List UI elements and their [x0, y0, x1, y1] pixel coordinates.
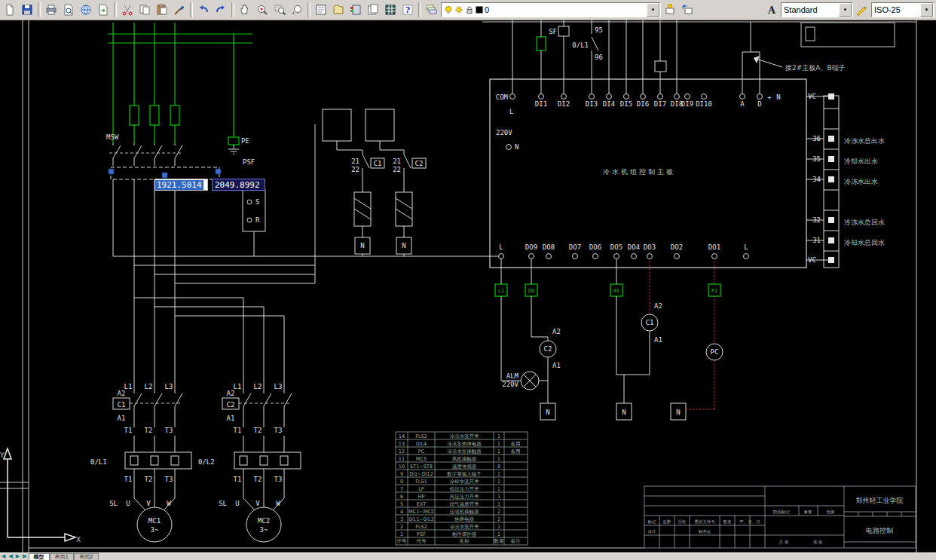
pan-button[interactable]	[237, 2, 253, 18]
dynamic-input-y-value: 2049.8992	[215, 180, 260, 190]
cut-button[interactable]	[119, 2, 136, 18]
designcenter-button[interactable]	[330, 2, 347, 18]
make-layer-current-button[interactable]	[662, 2, 678, 18]
zoom-previous-button[interactable]	[289, 2, 305, 18]
help-button[interactable]: ?	[399, 2, 416, 18]
text-style-button[interactable]: A	[763, 2, 780, 18]
calculator-button[interactable]	[382, 2, 399, 18]
layer-previous-button[interactable]	[679, 2, 696, 18]
svg-text:DO8: DO8	[543, 243, 555, 251]
tab-layout1[interactable]: 布局1	[50, 553, 74, 560]
svg-text:DI5: DI5	[620, 100, 632, 108]
svg-text:L: L	[509, 108, 513, 115]
tab-nav-last-icon[interactable]: ▶	[21, 553, 28, 560]
bom-cell: 11	[399, 456, 405, 462]
save-button[interactable]	[19, 2, 35, 18]
bom-cell: 高压压力开关	[450, 494, 480, 500]
etransmit-button[interactable]	[95, 2, 112, 18]
svg-text:A1: A1	[552, 362, 561, 369]
svg-text:U: U	[235, 500, 239, 507]
svg-text:0/L2: 0/L2	[198, 458, 215, 466]
svg-text:ALM: ALM	[506, 372, 519, 380]
bom-cell: 9	[400, 471, 403, 477]
bom-cell: 8	[400, 479, 403, 485]
svg-text:冷冻水出水: 冷冻水出水	[844, 178, 878, 185]
svg-text:P1: P1	[711, 288, 717, 294]
tab-nav-next-icon[interactable]: ▶	[14, 553, 21, 560]
sheetset-manager-button[interactable]	[365, 2, 381, 18]
tab-nav-first-icon[interactable]: ◀	[0, 553, 7, 560]
svg-text:C2: C2	[227, 401, 235, 409]
zoom-window-button[interactable]	[271, 2, 288, 18]
bom-cell: 2	[497, 516, 500, 522]
svg-text:DI6: DI6	[637, 100, 649, 108]
bom-cell: 低压压力开关	[450, 486, 480, 492]
bom-cell: FLS2	[415, 524, 427, 530]
match-properties-button[interactable]	[171, 2, 188, 18]
svg-text:PE: PE	[241, 137, 249, 145]
title-block-cell: 重量	[804, 510, 813, 514]
copy-button[interactable]	[136, 2, 153, 18]
svg-text:T1: T1	[124, 476, 133, 483]
bom-cell: FLS1	[415, 479, 427, 485]
plot-button[interactable]	[43, 2, 60, 18]
tab-layout2[interactable]: 布局2	[74, 553, 98, 560]
bom-cell: 冷冻泵热继电器	[447, 441, 482, 447]
motor1-labels: A2 C1 A1 L1 L2 L3 T1 T2 T3 0/L1 T1 T2 T3…	[90, 383, 173, 534]
text-style-combo-arrow[interactable]: ▼	[839, 3, 852, 17]
dim-style-combo[interactable]: ISO-25 ▼	[871, 2, 934, 17]
svg-text:W: W	[276, 500, 280, 507]
layer-combo-arrow[interactable]: ▼	[647, 3, 659, 17]
svg-text:D9: D9	[528, 288, 534, 294]
autocad-window: ? 0 ▼ A Standard ▼ ISO-25 ▼	[0, 0, 936, 560]
bom-cell: 1	[497, 531, 500, 537]
selection-grips[interactable]	[109, 169, 221, 178]
grip	[109, 169, 114, 174]
svg-text:DO1: DO1	[708, 243, 720, 251]
bom-cell: 1	[497, 501, 500, 507]
svg-text:DO5: DO5	[610, 243, 622, 251]
svg-text:A5: A5	[613, 288, 619, 294]
schematic-svg[interactable]: Y X MSW PE PSF S R 21 22 C1 21 22 C2 N N	[0, 20, 936, 552]
new-button[interactable]	[2, 2, 18, 18]
bom-table: 14FLS2冷冻水流开关1 130/L4冷冻泵热继电器1备用 12PC冷冻水泵接…	[397, 433, 522, 544]
bom-cell: MC5	[416, 456, 427, 462]
publish-button[interactable]	[78, 2, 94, 18]
zoom-realtime-button[interactable]	[254, 2, 271, 18]
tab-nav-prev-icon[interactable]: ◀	[7, 553, 14, 560]
svg-text:DO3: DO3	[644, 243, 656, 251]
title-block-lines	[644, 486, 916, 548]
layer-combo[interactable]: 0 ▼	[441, 2, 661, 17]
title-block-drawing-title: 电路控制	[866, 527, 893, 534]
properties-button[interactable]	[313, 2, 329, 18]
svg-text:T1: T1	[234, 427, 242, 434]
layer-properties-button[interactable]	[424, 2, 440, 18]
title-block-cell: 标准化	[698, 529, 711, 534]
bom-cell: 1	[497, 524, 500, 530]
dynamic-input-x[interactable]: 1921.5014	[154, 179, 208, 191]
bom-cell: 风机接触器	[452, 456, 477, 462]
tab-model[interactable]: 模型	[29, 553, 50, 560]
paste-button[interactable]	[154, 2, 170, 18]
undo-button[interactable]	[195, 2, 212, 18]
dim-style-combo-arrow[interactable]: ▼	[920, 3, 933, 17]
svg-text:L3: L3	[274, 383, 283, 390]
svg-text:VC: VC	[808, 256, 816, 264]
drawing-area[interactable]: Y X MSW PE PSF S R 21 22 C1 21 22 C2 N N	[0, 20, 936, 552]
grip	[162, 173, 167, 178]
tool-palettes-button[interactable]	[347, 2, 364, 18]
text-style-combo[interactable]: Standard ▼	[781, 2, 853, 17]
svg-text:220V: 220V	[502, 381, 518, 388]
bom-cell: 2	[497, 509, 500, 515]
svg-text:L1: L1	[124, 383, 133, 390]
dynamic-input-y[interactable]: 2049.8992	[212, 179, 265, 191]
bom-cell: HP	[418, 494, 425, 500]
plot-preview-button[interactable]	[60, 2, 77, 18]
svg-text:A1: A1	[227, 415, 235, 422]
bom-cell: 3	[400, 516, 403, 522]
toolbar-separator	[231, 2, 234, 17]
redo-button[interactable]	[213, 2, 229, 18]
svg-text:冷水机组控制主板: 冷水机组控制主板	[603, 168, 675, 176]
standard-toolbar: ? 0 ▼ A Standard ▼ ISO-25 ▼	[0, 0, 936, 20]
dim-style-button[interactable]	[854, 2, 870, 18]
